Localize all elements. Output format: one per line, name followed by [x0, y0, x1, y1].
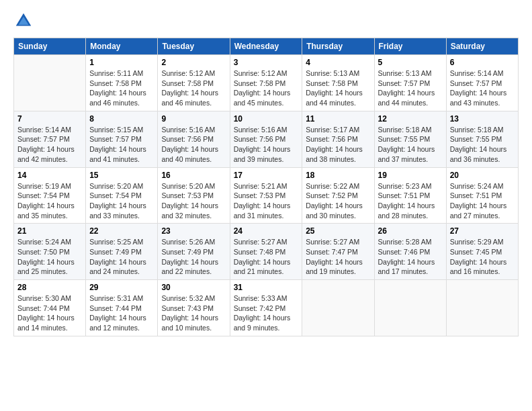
day-cell: 12Sunrise: 5:18 AMSunset: 7:55 PMDayligh…	[374, 111, 446, 167]
col-header-saturday: Saturday	[446, 38, 518, 55]
day-info: Sunrise: 5:13 AMSunset: 7:57 PMDaylight:…	[378, 68, 443, 108]
day-number: 28	[17, 283, 82, 292]
day-cell: 20Sunrise: 5:24 AMSunset: 7:51 PMDayligh…	[446, 167, 518, 224]
day-info: Sunrise: 5:14 AMSunset: 7:57 PMDaylight:…	[450, 68, 515, 108]
day-number: 9	[161, 114, 226, 124]
day-info: Sunrise: 5:13 AMSunset: 7:58 PMDaylight:…	[306, 68, 370, 108]
day-cell: 21Sunrise: 5:24 AMSunset: 7:50 PMDayligh…	[14, 224, 86, 280]
header	[13, 11, 519, 31]
col-header-wednesday: Wednesday	[230, 38, 302, 55]
day-cell: 26Sunrise: 5:28 AMSunset: 7:46 PMDayligh…	[374, 224, 446, 280]
logo	[13, 11, 35, 31]
day-number: 26	[378, 226, 443, 236]
day-number: 13	[450, 114, 515, 124]
col-header-monday: Monday	[86, 38, 158, 55]
day-cell: 3Sunrise: 5:12 AMSunset: 7:58 PMDaylight…	[230, 55, 302, 111]
day-cell: 13Sunrise: 5:18 AMSunset: 7:55 PMDayligh…	[446, 111, 518, 167]
day-number: 25	[306, 226, 370, 236]
day-cell: 29Sunrise: 5:31 AMSunset: 7:44 PMDayligh…	[86, 280, 158, 336]
day-cell: 31Sunrise: 5:33 AMSunset: 7:42 PMDayligh…	[230, 280, 302, 336]
day-cell: 17Sunrise: 5:21 AMSunset: 7:53 PMDayligh…	[230, 167, 302, 224]
day-info: Sunrise: 5:18 AMSunset: 7:55 PMDaylight:…	[450, 125, 515, 165]
calendar-header-row: SundayMondayTuesdayWednesdayThursdayFrid…	[14, 38, 519, 55]
day-info: Sunrise: 5:24 AMSunset: 7:50 PMDaylight:…	[17, 237, 82, 277]
day-info: Sunrise: 5:23 AMSunset: 7:51 PMDaylight:…	[378, 181, 443, 221]
day-cell	[374, 280, 446, 336]
day-cell: 9Sunrise: 5:16 AMSunset: 7:56 PMDaylight…	[158, 111, 230, 167]
day-number: 21	[17, 226, 82, 236]
day-info: Sunrise: 5:20 AMSunset: 7:54 PMDaylight:…	[89, 181, 154, 221]
day-info: Sunrise: 5:27 AMSunset: 7:48 PMDaylight:…	[234, 237, 299, 277]
day-cell: 28Sunrise: 5:30 AMSunset: 7:44 PMDayligh…	[14, 280, 86, 336]
week-row-5: 28Sunrise: 5:30 AMSunset: 7:44 PMDayligh…	[14, 280, 519, 336]
day-cell: 23Sunrise: 5:26 AMSunset: 7:49 PMDayligh…	[158, 224, 230, 280]
day-info: Sunrise: 5:17 AMSunset: 7:56 PMDaylight:…	[306, 125, 370, 165]
col-header-friday: Friday	[374, 38, 446, 55]
day-number: 1	[89, 58, 154, 67]
day-info: Sunrise: 5:33 AMSunset: 7:42 PMDaylight:…	[234, 293, 299, 333]
day-cell: 16Sunrise: 5:20 AMSunset: 7:53 PMDayligh…	[158, 167, 230, 224]
day-cell: 24Sunrise: 5:27 AMSunset: 7:48 PMDayligh…	[230, 224, 302, 280]
day-number: 18	[306, 171, 370, 180]
day-number: 24	[234, 226, 299, 236]
day-number: 10	[234, 114, 299, 124]
day-number: 5	[378, 58, 443, 67]
day-cell: 8Sunrise: 5:15 AMSunset: 7:57 PMDaylight…	[86, 111, 158, 167]
day-cell: 18Sunrise: 5:22 AMSunset: 7:52 PMDayligh…	[302, 167, 374, 224]
day-number: 7	[17, 114, 82, 124]
day-number: 22	[89, 226, 154, 236]
day-cell: 19Sunrise: 5:23 AMSunset: 7:51 PMDayligh…	[374, 167, 446, 224]
day-info: Sunrise: 5:22 AMSunset: 7:52 PMDaylight:…	[306, 181, 370, 221]
day-number: 31	[234, 283, 299, 292]
day-info: Sunrise: 5:19 AMSunset: 7:54 PMDaylight:…	[17, 181, 82, 221]
day-number: 19	[378, 171, 443, 180]
day-info: Sunrise: 5:25 AMSunset: 7:49 PMDaylight:…	[89, 237, 154, 277]
day-info: Sunrise: 5:20 AMSunset: 7:53 PMDaylight:…	[161, 181, 226, 221]
day-cell: 2Sunrise: 5:12 AMSunset: 7:58 PMDaylight…	[158, 55, 230, 111]
day-info: Sunrise: 5:11 AMSunset: 7:58 PMDaylight:…	[89, 68, 154, 108]
day-info: Sunrise: 5:16 AMSunset: 7:56 PMDaylight:…	[234, 125, 299, 165]
day-number: 11	[306, 114, 370, 124]
week-row-4: 21Sunrise: 5:24 AMSunset: 7:50 PMDayligh…	[14, 224, 519, 280]
day-cell: 27Sunrise: 5:29 AMSunset: 7:45 PMDayligh…	[446, 224, 518, 280]
day-number: 2	[161, 58, 226, 67]
day-cell	[302, 280, 374, 336]
page: SundayMondayTuesdayWednesdayThursdayFrid…	[0, 0, 532, 411]
calendar: SundayMondayTuesdayWednesdayThursdayFrid…	[13, 38, 519, 336]
col-header-thursday: Thursday	[302, 38, 374, 55]
day-number: 16	[161, 171, 226, 180]
day-cell	[446, 280, 518, 336]
day-cell: 14Sunrise: 5:19 AMSunset: 7:54 PMDayligh…	[14, 167, 86, 224]
day-info: Sunrise: 5:16 AMSunset: 7:56 PMDaylight:…	[161, 125, 226, 165]
day-number: 23	[161, 226, 226, 236]
day-info: Sunrise: 5:15 AMSunset: 7:57 PMDaylight:…	[89, 125, 154, 165]
week-row-3: 14Sunrise: 5:19 AMSunset: 7:54 PMDayligh…	[14, 167, 519, 224]
day-number: 20	[450, 171, 515, 180]
col-header-sunday: Sunday	[14, 38, 86, 55]
day-cell: 10Sunrise: 5:16 AMSunset: 7:56 PMDayligh…	[230, 111, 302, 167]
day-cell: 11Sunrise: 5:17 AMSunset: 7:56 PMDayligh…	[302, 111, 374, 167]
day-cell: 4Sunrise: 5:13 AMSunset: 7:58 PMDaylight…	[302, 55, 374, 111]
day-number: 15	[89, 171, 154, 180]
day-info: Sunrise: 5:30 AMSunset: 7:44 PMDaylight:…	[17, 293, 82, 333]
day-cell	[14, 55, 86, 111]
day-number: 29	[89, 283, 154, 292]
day-number: 14	[17, 171, 82, 180]
day-number: 30	[161, 283, 226, 292]
day-number: 6	[450, 58, 515, 67]
day-cell: 1Sunrise: 5:11 AMSunset: 7:58 PMDaylight…	[86, 55, 158, 111]
day-info: Sunrise: 5:27 AMSunset: 7:47 PMDaylight:…	[306, 237, 370, 277]
day-info: Sunrise: 5:32 AMSunset: 7:43 PMDaylight:…	[161, 293, 226, 333]
day-cell: 22Sunrise: 5:25 AMSunset: 7:49 PMDayligh…	[86, 224, 158, 280]
day-info: Sunrise: 5:31 AMSunset: 7:44 PMDaylight:…	[89, 293, 154, 333]
day-info: Sunrise: 5:26 AMSunset: 7:49 PMDaylight:…	[161, 237, 226, 277]
day-cell: 5Sunrise: 5:13 AMSunset: 7:57 PMDaylight…	[374, 55, 446, 111]
day-number: 27	[450, 226, 515, 236]
day-info: Sunrise: 5:18 AMSunset: 7:55 PMDaylight:…	[378, 125, 443, 165]
week-row-1: 1Sunrise: 5:11 AMSunset: 7:58 PMDaylight…	[14, 55, 519, 111]
day-cell: 30Sunrise: 5:32 AMSunset: 7:43 PMDayligh…	[158, 280, 230, 336]
col-header-tuesday: Tuesday	[158, 38, 230, 55]
day-info: Sunrise: 5:24 AMSunset: 7:51 PMDaylight:…	[450, 181, 515, 221]
logo-icon	[13, 11, 34, 31]
week-row-2: 7Sunrise: 5:14 AMSunset: 7:57 PMDaylight…	[14, 111, 519, 167]
